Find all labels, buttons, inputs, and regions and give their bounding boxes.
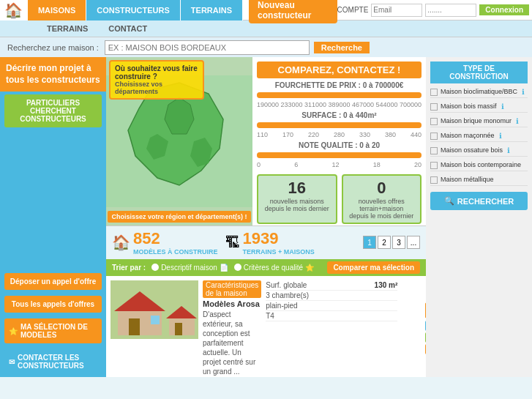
new-terrain-count: 0 <box>346 179 418 198</box>
checkbox-bois-massif: Maison bois massif ℹ <box>430 101 528 113</box>
new-terrain-sub: depuis le mois dernier <box>346 212 418 220</box>
surface-section: SURFACE : 0 à 440m² 11017022028033038044… <box>257 111 422 138</box>
new-maisons-label: nouvelles maisons <box>261 198 333 205</box>
note-slider[interactable] <box>257 152 422 158</box>
tous-appels-button[interactable]: Tous les appels d'offres <box>4 296 102 313</box>
star-sort-icon: ⭐ <box>305 264 314 272</box>
checkbox-input-metallique[interactable] <box>430 176 438 184</box>
right-search-button[interactable]: 🔍 RECHERCHER <box>430 192 528 210</box>
price-label: FOURCHETTE DE PRIX : 0 à 700000€ <box>257 81 422 89</box>
char-t4: T4 <box>266 311 397 321</box>
page-2-button[interactable]: 2 <box>378 236 391 249</box>
nav-tab-constructeurs[interactable]: CONSTRUCTEURS <box>86 0 181 20</box>
star-icon: ⭐ <box>9 327 18 335</box>
right-search-label: RECHERCHER <box>457 197 514 206</box>
info-icon-5: ℹ <box>507 146 510 154</box>
search-bar: Recherchez une maison : Recherche <box>0 37 532 57</box>
map-overlay-sub: Choisissez vos départements <box>115 81 198 95</box>
connexion-button[interactable]: Connexion <box>479 4 529 15</box>
map-sliders-area: Où souhaitez vous faire construire ? Cho… <box>106 57 426 225</box>
result-middle-1: Caractéristiques de la maison Modèles Ar… <box>203 280 261 377</box>
comparer-button[interactable]: Comparer ma sélection <box>327 261 420 274</box>
page-3-button[interactable]: 3 <box>392 236 405 249</box>
sort-option-qualite-label: Critères de qualité <box>244 264 303 272</box>
svg-rect-12 <box>175 323 182 335</box>
page-next-button[interactable]: ... <box>407 236 420 249</box>
logo-icon: 🏠 <box>4 1 23 19</box>
checkbox-input-contemporaine[interactable] <box>430 162 438 169</box>
checkbox-input-bois-massif[interactable] <box>430 103 438 111</box>
new-offers: 16 nouvelles maisons depuis le mois dern… <box>257 174 422 224</box>
note-labels: 06121820 <box>257 161 422 168</box>
map-overlay-title: Où souhaitez vous faire construire ? <box>115 64 198 81</box>
sort-option-maison[interactable]: Descriptif maison 📄 <box>151 264 228 272</box>
checkbox-brique: Maison brique monomur ℹ <box>430 116 528 127</box>
info-icon-1: ℹ <box>522 88 525 96</box>
checkbox-label-contemporaine: Maison bois contemporaine <box>441 161 521 168</box>
selection-section[interactable]: ⭐ MA SÉLECTION DE MODELES <box>4 318 102 343</box>
price-labels: 1900002330003110003890004670005440007000… <box>257 101 422 108</box>
checkbox-input-bioclimatique[interactable] <box>430 89 438 96</box>
deposer-button[interactable]: Déposer un appel d'offre <box>4 273 102 290</box>
right-sidebar-title: TYPE DE CONSTRUCTION <box>430 61 528 83</box>
map-area: Où souhaitez vous faire construire ? Cho… <box>106 57 252 225</box>
result-item: Caractéristiques de la maison Modèles Ar… <box>106 276 426 377</box>
nav-tab-terrains-second[interactable]: TERRAINS <box>37 24 98 33</box>
modeles-label: MODÈLES À CONSTRUIRE <box>133 248 218 256</box>
checkbox-maconnee: Maison maçonnée ℹ <box>430 130 528 142</box>
new-constructeur-button[interactable]: Nouveau constructeur <box>249 0 337 23</box>
checkbox-input-ossature[interactable] <box>430 147 438 154</box>
logo: 🏠 <box>0 0 28 20</box>
main-layout: Décrire mon projet à tous les constructe… <box>0 57 532 377</box>
top-nav: 🏠 MAISONS CONSTRUCTEURS TERRAINS Nouveau… <box>0 0 532 20</box>
particuliers-button[interactable]: PARTICULIERS CHERCHENT CONSTRUCTEURS <box>4 94 102 127</box>
result-desc-1: D'aspect extérieur, sa conception est pa… <box>203 310 261 377</box>
note-section: NOTE QUALITE : 0 à 20 06121820 <box>257 141 422 168</box>
nav-tab-terrains[interactable]: TERRAINS <box>181 0 243 20</box>
stats-row: 🏠 852 MODÈLES À CONSTRUIRE 🏗 1939 TERRAI… <box>106 225 426 259</box>
checkbox-label-maconnee: Maison maçonnée <box>441 132 495 139</box>
search-icon: 🔍 <box>444 196 454 206</box>
char-surf: Surf. globale 130 m² <box>266 280 397 291</box>
search-button[interactable]: Recherche <box>314 42 370 53</box>
nav-tab-maisons[interactable]: MAISONS <box>28 0 86 20</box>
nav-tabs: MAISONS CONSTRUCTEURS TERRAINS <box>28 0 243 20</box>
surface-slider[interactable] <box>257 122 422 128</box>
surface-label: SURFACE : 0 à 440m² <box>257 111 422 119</box>
page-1-button[interactable]: 1 <box>363 236 376 249</box>
checkbox-label-bois-massif: Maison bois massif <box>441 102 497 110</box>
checkbox-input-brique[interactable] <box>430 118 438 125</box>
checkbox-ossature: Maison ossature bois ℹ <box>430 145 528 157</box>
char-plain: plain-pied <box>266 301 397 311</box>
search-input[interactable] <box>105 40 310 55</box>
checkbox-label-brique: Maison brique monomur <box>441 117 512 124</box>
checkbox-label-metallique: Maison métallique <box>441 176 494 183</box>
terrains-stat: 🏗 1939 TERRAINS + MAISONS <box>225 229 315 256</box>
price-section: FOURCHETTE DE PRIX : 0 à 700000€ 1900002… <box>257 81 422 108</box>
result-chars-1: Surf. globale 130 m² 3 chambre(s) plain-… <box>266 280 397 377</box>
checkbox-input-maconnee[interactable] <box>430 133 438 140</box>
sort-option-qualite[interactable]: Critères de qualité ⭐ <box>234 264 314 272</box>
price-slider[interactable] <box>257 92 422 98</box>
email-icon: ✉ <box>9 358 15 366</box>
checkbox-label-bioclimatique: Maison bioclimatique/BBC <box>441 88 517 95</box>
contacter-section[interactable]: ✉ CONTACTER LES CONSTRUCTEURS <box>4 349 102 374</box>
house-icon: 🏠 <box>112 234 130 251</box>
info-icon-2: ℹ <box>501 102 504 111</box>
map-overlay[interactable]: Où souhaitez vous faire construire ? Cho… <box>109 60 204 100</box>
nav-tab-contact[interactable]: CONTACT <box>98 24 157 33</box>
password-input[interactable] <box>425 4 476 17</box>
new-maisons-box: 16 nouvelles maisons depuis le mois dern… <box>257 174 337 224</box>
email-input[interactable] <box>371 4 422 17</box>
radio-maison <box>151 264 159 271</box>
terrains-label: TERRAINS + MAISONS <box>243 248 315 256</box>
modeles-stat: 🏠 852 MODÈLES À CONSTRUIRE <box>112 229 218 256</box>
info-icon-3: ℹ <box>516 117 519 125</box>
pagination: 1 2 3 ... <box>363 236 420 249</box>
new-maisons-sub: depuis le mois dernier <box>261 205 333 212</box>
modeles-count: 852 <box>133 229 218 248</box>
checkbox-label-ossature: Maison ossature bois <box>441 146 503 154</box>
result-title-label-1: Caractéristiques de la maison <box>203 280 261 298</box>
search-label: Recherchez une maison : <box>7 43 99 52</box>
svg-rect-8 <box>129 318 140 335</box>
